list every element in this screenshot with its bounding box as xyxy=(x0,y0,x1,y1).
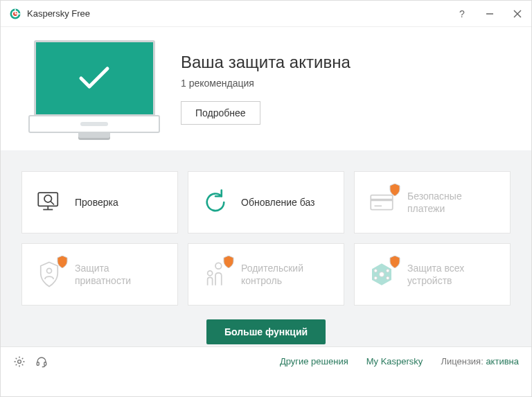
tile-parental-control[interactable]: Родительский контроль xyxy=(188,243,344,306)
app-title: Kaspersky Free xyxy=(27,8,456,19)
more-functions-button[interactable]: Больше функций xyxy=(206,319,326,344)
checkmark-icon xyxy=(77,64,112,92)
scan-icon xyxy=(35,188,64,217)
status-title: Ваша защита активна xyxy=(181,53,351,72)
update-icon xyxy=(201,188,230,217)
monitor-stand xyxy=(78,133,110,138)
tile-label: Защита приватности xyxy=(75,262,165,287)
svg-rect-11 xyxy=(371,195,393,210)
license-info[interactable]: Лицензия: активна xyxy=(441,356,519,367)
svg-point-22 xyxy=(387,276,389,279)
help-button[interactable]: ? xyxy=(456,8,468,19)
credit-card-icon xyxy=(367,188,396,217)
devices-icon xyxy=(367,260,396,289)
shield-badge-icon xyxy=(223,256,234,268)
status-subtitle: 1 рекомендация xyxy=(181,78,351,89)
parental-icon xyxy=(201,260,230,289)
tile-safe-payments[interactable]: Безопасные платежи xyxy=(354,171,511,233)
monitor-screen xyxy=(34,40,155,116)
status-text-block: Ваша защита активна 1 рекомендация Подро… xyxy=(181,53,351,125)
svg-point-20 xyxy=(387,270,389,272)
tile-label: Обновление баз xyxy=(241,196,314,209)
svg-point-15 xyxy=(215,263,222,269)
tile-privacy[interactable]: Защита приватности xyxy=(21,243,178,306)
support-headset-icon[interactable] xyxy=(35,355,48,368)
svg-point-18 xyxy=(380,272,384,277)
status-hero: Ваша защита активна 1 рекомендация Подро… xyxy=(1,27,531,150)
monitor-base xyxy=(28,115,160,133)
license-label: Лицензия: xyxy=(441,356,483,367)
feature-tiles-grid: Проверка Обновление баз xyxy=(21,171,511,306)
more-functions-wrap: Больше функций xyxy=(21,319,511,344)
svg-rect-25 xyxy=(44,362,46,365)
tile-label: Защита всех устройств xyxy=(407,262,497,287)
tile-update[interactable]: Обновление баз xyxy=(188,171,344,233)
tile-all-devices[interactable]: Защита всех устройств xyxy=(354,243,511,306)
minimize-button[interactable] xyxy=(484,8,495,19)
details-button[interactable]: Подробнее xyxy=(181,101,260,125)
tile-label: Родительский контроль xyxy=(241,262,331,287)
svg-line-10 xyxy=(51,201,54,204)
footer-links: Другие решения My Kaspersky Лицензия: ак… xyxy=(280,356,519,367)
shield-badge-icon xyxy=(389,184,400,196)
svg-point-14 xyxy=(47,268,52,273)
shield-badge-icon xyxy=(389,256,400,268)
footer-bar: Другие решения My Kaspersky Лицензия: ак… xyxy=(1,346,531,376)
status-monitor-illustration xyxy=(28,40,160,138)
other-solutions-link[interactable]: Другие решения xyxy=(280,356,348,367)
svg-point-21 xyxy=(374,276,377,279)
svg-point-23 xyxy=(18,360,21,363)
feature-tiles-section: Проверка Обновление баз xyxy=(1,150,531,346)
svg-point-19 xyxy=(374,270,377,272)
kaspersky-logo-icon xyxy=(9,8,21,20)
tile-label: Безопасные платежи xyxy=(407,190,497,215)
titlebar: Kaspersky Free ? xyxy=(1,1,531,27)
my-kaspersky-link[interactable]: My Kaspersky xyxy=(366,356,423,367)
window-controls: ? xyxy=(456,8,523,19)
svg-point-16 xyxy=(208,271,213,276)
footer-left-icons xyxy=(13,355,48,368)
license-status: активна xyxy=(486,356,519,367)
tile-label: Проверка xyxy=(75,196,118,209)
settings-gear-icon[interactable] xyxy=(13,355,26,368)
shield-badge-icon xyxy=(57,256,68,268)
privacy-shield-icon xyxy=(35,260,64,289)
tile-scan[interactable]: Проверка xyxy=(21,171,178,233)
close-button[interactable] xyxy=(512,8,523,19)
svg-rect-24 xyxy=(37,362,39,365)
